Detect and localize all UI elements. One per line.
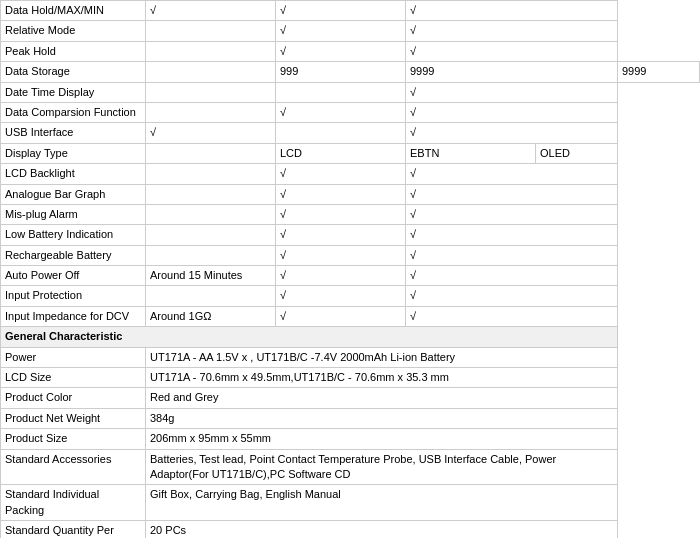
table-row: Data Hold/MAX/MIN√√√ (1, 1, 700, 21)
general-table-row: LCD SizeUT171A - 70.6mm x 49.5mm,UT171B/… (1, 368, 700, 388)
ut171b-cell (276, 123, 406, 143)
feature-cell: Auto Power Off (1, 266, 146, 286)
table-row: Low Battery Indication√√ (1, 225, 700, 245)
table-row: Analogue Bar Graph√√ (1, 184, 700, 204)
feature-cell: Analogue Bar Graph (1, 184, 146, 204)
feature-cell: Rechargeable Battery (1, 245, 146, 265)
feature-cell: Relative Mode (1, 21, 146, 41)
ut171a-cell (146, 21, 276, 41)
general-feature-cell: Standard Accessories (1, 449, 146, 485)
ut171c-cell: √ (406, 123, 618, 143)
ut171b-cell: √ (276, 1, 406, 21)
ut171a-cell (146, 143, 276, 163)
table-row: Input Protection√√ (1, 286, 700, 306)
feature-cell: Input Protection (1, 286, 146, 306)
ut171a-cell (146, 62, 276, 82)
ut171c-cell: √ (406, 225, 618, 245)
ut171c-cell: 9999 (406, 62, 618, 82)
ut171a-cell (146, 286, 276, 306)
general-value-cell: Batteries, Test lead, Point Contact Temp… (146, 449, 618, 485)
section-header-cell: General Characteristic (1, 327, 618, 347)
general-table-row: Product Net Weight384g (1, 408, 700, 428)
feature-cell: Display Type (1, 143, 146, 163)
feature-cell: Low Battery Indication (1, 225, 146, 245)
ut171a-cell (146, 102, 276, 122)
general-table-row: Product ColorRed and Grey (1, 388, 700, 408)
ut171c-cell: √ (406, 82, 618, 102)
feature-cell: Mis-plug Alarm (1, 204, 146, 224)
table-row: Display TypeLCDEBTNOLED (1, 143, 700, 163)
feature-cell: USB Interface (1, 123, 146, 143)
ut171b-cell: √ (276, 266, 406, 286)
section-header-row: General Characteristic (1, 327, 700, 347)
ut171b-cell: √ (276, 306, 406, 326)
table-row: LCD Backlight√√ (1, 164, 700, 184)
feature-cell: Data Comparsion Function (1, 102, 146, 122)
specs-table-container: Data Hold/MAX/MIN√√√Relative Mode√√Peak … (0, 0, 700, 538)
ut171c-cell: √ (406, 306, 618, 326)
ut171b-cell: √ (276, 184, 406, 204)
ut171c-cell: √ (406, 245, 618, 265)
feature-cell: Data Storage (1, 62, 146, 82)
table-row: Data Storage99999999999 (1, 62, 700, 82)
ut171b-cell: √ (276, 102, 406, 122)
feature-cell: Date Time Display (1, 82, 146, 102)
table-row: Mis-plug Alarm√√ (1, 204, 700, 224)
table-row: Date Time Display√ (1, 82, 700, 102)
general-value-cell: 20 PCs (146, 521, 618, 538)
general-table-row: Standard AccessoriesBatteries, Test lead… (1, 449, 700, 485)
ut171b-cell: √ (276, 245, 406, 265)
ut171a-cell: √ (146, 123, 276, 143)
general-value-cell: UT171A - AA 1.5V x , UT171B/C -7.4V 2000… (146, 347, 618, 367)
ut171c-cell: √ (406, 204, 618, 224)
ut171c-cell: √ (406, 41, 618, 61)
specs-table: Data Hold/MAX/MIN√√√Relative Mode√√Peak … (0, 0, 700, 538)
table-row: Relative Mode√√ (1, 21, 700, 41)
feature-cell: Input Impedance for DCV (1, 306, 146, 326)
general-feature-cell: Standard Quantity Per Carton (1, 521, 146, 538)
general-table-row: PowerUT171A - AA 1.5V x , UT171B/C -7.4V… (1, 347, 700, 367)
ut171c-cell: √ (406, 164, 618, 184)
ut171a-cell: √ (146, 1, 276, 21)
ut171b-cell: √ (276, 225, 406, 245)
ut171b-cell: √ (276, 204, 406, 224)
ut171a-cell (146, 184, 276, 204)
feature-cell: LCD Backlight (1, 164, 146, 184)
ut171b-cell: √ (276, 286, 406, 306)
general-value-cell: Gift Box, Carrying Bag, English Manual (146, 485, 618, 521)
ut171b-cell: 999 (276, 62, 406, 82)
ut171a-cell (146, 225, 276, 245)
ut171b-cell (276, 82, 406, 102)
ut171c-cell: √ (406, 184, 618, 204)
table-row: Rechargeable Battery√√ (1, 245, 700, 265)
ut171a-cell (146, 245, 276, 265)
ut171c-cell: √ (406, 266, 618, 286)
general-feature-cell: Product Color (1, 388, 146, 408)
ut171b-cell: LCD (276, 143, 406, 163)
ut171c-cell: EBTN (406, 143, 536, 163)
ut171c-cell: √ (406, 1, 618, 21)
ut171b-cell: √ (276, 21, 406, 41)
ut171a-cell (146, 82, 276, 102)
general-feature-cell: Standard Individual Packing (1, 485, 146, 521)
table-row: Auto Power OffAround 15 Minutes√√ (1, 266, 700, 286)
table-row: Input Impedance for DCVAround 1GΩ√√ (1, 306, 700, 326)
ut171a-cell (146, 164, 276, 184)
ut171c-cell: √ (406, 286, 618, 306)
general-value-cell: UT171A - 70.6mm x 49.5mm,UT171B/C - 70.6… (146, 368, 618, 388)
general-table-row: Standard Quantity Per Carton20 PCs (1, 521, 700, 538)
table-row: USB Interface√√ (1, 123, 700, 143)
feature-cell: Data Hold/MAX/MIN (1, 1, 146, 21)
table-row: Peak Hold√√ (1, 41, 700, 61)
ut171b-cell: √ (276, 41, 406, 61)
ut171c-cell: √ (406, 102, 618, 122)
general-table-row: Product Size206mm x 95mm x 55mm (1, 429, 700, 449)
feature-cell: Peak Hold (1, 41, 146, 61)
ut171c2-cell: 9999 (618, 62, 700, 82)
ut171a-cell: Around 1GΩ (146, 306, 276, 326)
table-row: Data Comparsion Function√√ (1, 102, 700, 122)
ut171a-cell: Around 15 Minutes (146, 266, 276, 286)
general-feature-cell: Product Net Weight (1, 408, 146, 428)
ut171c-cell: √ (406, 21, 618, 41)
general-table-row: Standard Individual PackingGift Box, Car… (1, 485, 700, 521)
